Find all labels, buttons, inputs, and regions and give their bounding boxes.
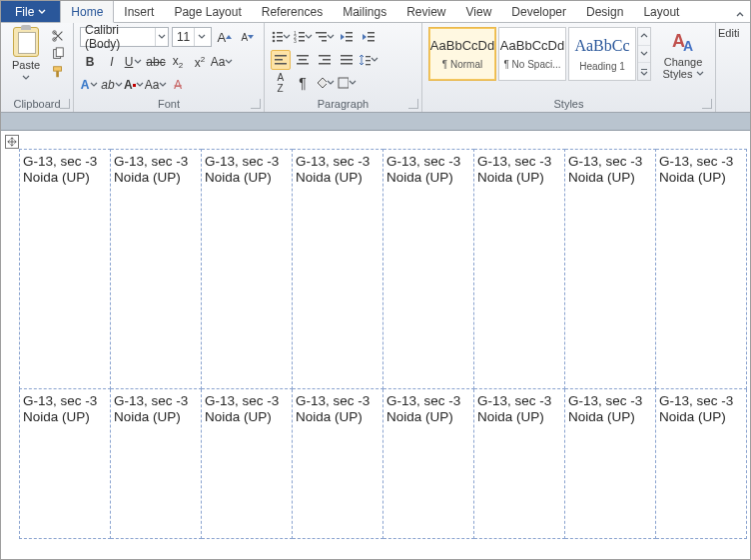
superscript-button[interactable]: x2: [190, 52, 210, 72]
character-spacing-button[interactable]: A͏a: [146, 75, 166, 95]
chevron-down-icon: [38, 8, 46, 16]
label-cell[interactable]: G-13, sec -3Noida (UP): [656, 150, 747, 389]
shrink-font-button[interactable]: A: [238, 27, 258, 47]
label-cell[interactable]: G-13, sec -3Noida (UP): [202, 150, 293, 389]
styles-gallery-scroll: [637, 27, 651, 81]
scissors-icon: [51, 29, 65, 43]
svg-rect-21: [346, 32, 353, 34]
table-move-handle[interactable]: [5, 135, 19, 149]
tab-home[interactable]: Home: [60, 0, 114, 23]
style-sample: AaBbCcDd: [500, 38, 564, 53]
change-case-icon: Aa: [211, 55, 226, 69]
label-line-1: G-13, sec -3: [477, 154, 561, 170]
label-cell[interactable]: G-13, sec -3Noida (UP): [111, 389, 202, 539]
line-spacing-button[interactable]: [359, 50, 378, 70]
caret-down-icon: [248, 34, 254, 40]
decrease-indent-button[interactable]: [337, 27, 357, 47]
pilcrow-icon: ¶: [299, 75, 307, 91]
svg-point-10: [273, 40, 276, 43]
labels-table[interactable]: G-13, sec -3Noida (UP)G-13, sec -3Noida …: [19, 149, 747, 539]
group-label-clipboard: Clipboard: [13, 98, 60, 110]
numbering-button[interactable]: 123: [293, 27, 313, 47]
chevron-down-icon: [136, 81, 144, 89]
borders-button[interactable]: [337, 73, 357, 93]
font-color-button[interactable]: A: [124, 75, 144, 95]
label-cell[interactable]: G-13, sec -3Noida (UP): [202, 389, 293, 539]
tab-references[interactable]: References: [252, 1, 333, 22]
file-tab[interactable]: File: [1, 0, 60, 22]
chevron-down-icon: [22, 74, 30, 82]
svg-rect-30: [297, 55, 309, 57]
label-cell[interactable]: G-13, sec -3Noida (UP): [565, 150, 656, 389]
styles-launcher[interactable]: [702, 99, 712, 109]
group-clipboard: Paste Clipboard: [1, 23, 74, 112]
cut-button[interactable]: [49, 29, 67, 43]
subscript-button[interactable]: x2: [168, 52, 188, 72]
styles-gallery: AaBbCcDd ¶ Normal AaBbCcDd ¶ No Spaci...…: [428, 27, 651, 81]
label-cell[interactable]: G-13, sec -3Noida (UP): [474, 150, 565, 389]
justify-button[interactable]: [337, 50, 357, 70]
bold-button[interactable]: B: [80, 52, 100, 72]
copy-icon: [51, 47, 65, 61]
strikethrough-button[interactable]: abc: [146, 52, 166, 72]
copy-button[interactable]: [49, 47, 67, 61]
clear-formatting-button[interactable]: A̶: [168, 75, 188, 95]
label-cell[interactable]: G-13, sec -3Noida (UP): [20, 150, 111, 389]
label-cell[interactable]: G-13, sec -3Noida (UP): [656, 389, 747, 539]
label-line-2: Noida (UP): [114, 170, 198, 186]
paragraph-launcher[interactable]: [408, 99, 418, 109]
char-spacing-icon: A͏a: [145, 78, 160, 92]
style-tile-normal[interactable]: AaBbCcDd ¶ Normal: [428, 27, 496, 81]
label-line-2: Noida (UP): [568, 409, 652, 425]
tab-layout[interactable]: Layout: [633, 1, 689, 22]
font-launcher[interactable]: [251, 99, 261, 109]
tab-mailings[interactable]: Mailings: [333, 1, 396, 22]
italic-button[interactable]: I: [102, 52, 122, 72]
style-tile-heading-1[interactable]: AaBbCc Heading 1: [568, 27, 636, 81]
sort-button[interactable]: AZ: [271, 73, 291, 93]
label-cell[interactable]: G-13, sec -3Noida (UP): [20, 389, 111, 539]
font-name-combo[interactable]: Calibri (Body): [80, 27, 169, 47]
tab-view[interactable]: View: [456, 1, 502, 22]
text-effects-button[interactable]: A: [80, 75, 100, 95]
shrink-font-icon: A: [242, 32, 249, 43]
font-name-value: Calibri (Body): [81, 23, 155, 51]
change-styles-button[interactable]: AA Change Styles: [657, 27, 709, 80]
gallery-more-button[interactable]: [638, 63, 650, 80]
minimize-ribbon-button[interactable]: [730, 8, 750, 22]
tab-review[interactable]: Review: [396, 1, 455, 22]
format-painter-button[interactable]: [49, 65, 67, 79]
label-cell[interactable]: G-13, sec -3Noida (UP): [383, 150, 474, 389]
label-line-1: G-13, sec -3: [477, 393, 561, 409]
tab-developer[interactable]: Developer: [501, 1, 576, 22]
highlight-button[interactable]: ab: [102, 75, 122, 95]
tab-design[interactable]: Design: [576, 1, 633, 22]
align-right-button[interactable]: [315, 50, 335, 70]
change-case-button[interactable]: Aa: [212, 52, 232, 72]
label-cell[interactable]: G-13, sec -3Noida (UP): [111, 150, 202, 389]
grow-font-button[interactable]: A: [215, 27, 235, 47]
table-row: G-13, sec -3Noida (UP)G-13, sec -3Noida …: [20, 389, 747, 539]
label-cell[interactable]: G-13, sec -3Noida (UP): [383, 389, 474, 539]
increase-indent-button[interactable]: [359, 27, 378, 47]
document-canvas[interactable]: G-13, sec -3Noida (UP)G-13, sec -3Noida …: [1, 131, 750, 559]
label-cell[interactable]: G-13, sec -3Noida (UP): [293, 150, 383, 389]
paste-button[interactable]: Paste: [7, 27, 45, 83]
bullets-button[interactable]: [271, 27, 291, 47]
gallery-up-button[interactable]: [638, 28, 650, 46]
multilevel-list-button[interactable]: [315, 27, 335, 47]
tab-page-layout[interactable]: Page Layout: [164, 1, 251, 22]
tab-insert[interactable]: Insert: [114, 1, 164, 22]
align-left-button[interactable]: [271, 50, 291, 70]
label-cell[interactable]: G-13, sec -3Noida (UP): [474, 389, 565, 539]
font-size-combo[interactable]: 11: [172, 27, 212, 47]
label-cell[interactable]: G-13, sec -3Noida (UP): [293, 389, 383, 539]
label-cell[interactable]: G-13, sec -3Noida (UP): [565, 389, 656, 539]
shading-button[interactable]: [315, 73, 335, 93]
show-hide-button[interactable]: ¶: [293, 73, 313, 93]
gallery-down-button[interactable]: [638, 46, 650, 64]
underline-button[interactable]: U: [124, 52, 144, 72]
style-tile-no-spacing[interactable]: AaBbCcDd ¶ No Spaci...: [498, 27, 566, 81]
clipboard-launcher[interactable]: [60, 99, 70, 109]
align-center-button[interactable]: [293, 50, 313, 70]
